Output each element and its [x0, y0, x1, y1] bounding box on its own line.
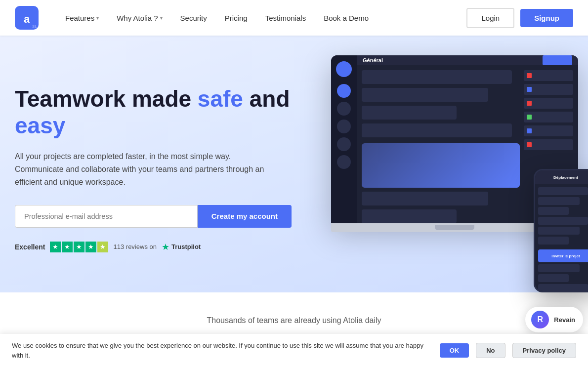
file-icon-4: [527, 115, 532, 120]
file-icon-3: [527, 101, 532, 106]
sidebar-avatar: [336, 61, 352, 77]
hero-description: All your projects are completed faster, …: [15, 150, 272, 189]
signup-button[interactable]: Signup: [520, 9, 573, 27]
hero-form: Create my account: [15, 205, 292, 228]
chat-msg-5: [362, 192, 488, 205]
phone-msg-9: [538, 284, 588, 292]
revain-logo-icon: R: [531, 311, 549, 328]
trustpilot-star-icon: ★: [162, 242, 169, 252]
chat-msg-2: [362, 88, 488, 102]
cookie-ok-button[interactable]: OK: [440, 343, 469, 358]
laptop-sidebar: [331, 55, 357, 223]
revain-widget[interactable]: R Revain: [525, 307, 583, 332]
revain-label: Revain: [554, 316, 575, 324]
sidebar-item-4: [337, 137, 351, 151]
phone-msg-1: [538, 187, 588, 195]
phone-cta-button: Inviter le projet: [538, 249, 588, 262]
laptop-channel-title: Général: [363, 57, 383, 63]
bottom-section: Thousands of teams are already using Ato…: [0, 292, 588, 335]
cookie-banner: We use cookies to ensure that we give yo…: [0, 334, 588, 367]
star-5: ★: [97, 242, 108, 252]
trustpilot-excellent: Excellent: [15, 243, 45, 251]
sidebar-item-3: [337, 120, 351, 133]
login-button[interactable]: Login: [466, 8, 514, 28]
nav-security[interactable]: Security: [171, 0, 216, 36]
phone-cta-label: Inviter le projet: [551, 254, 580, 258]
trustpilot-row: Excellent ★ ★ ★ ★ ★ 113 reviews on ★ Tru…: [15, 242, 292, 252]
sidebar-item-1: [337, 84, 351, 98]
file-item-6: [524, 139, 573, 150]
phone-channel-title: Déplacement: [553, 175, 578, 180]
svg-text:SL: SL: [32, 24, 37, 29]
chat-msg-1: [362, 70, 512, 84]
phone-msg-2: [538, 197, 580, 205]
laptop-notch: [435, 225, 474, 230]
phone-content: Inviter le projet: [535, 184, 588, 292]
sidebar-item-2: [337, 102, 351, 116]
file-icon-1: [527, 73, 532, 78]
chat-msg-6: [362, 209, 457, 223]
nav-book-demo[interactable]: Book a Demo: [315, 0, 378, 36]
trustpilot-brand-label: Trustpilot: [171, 243, 201, 250]
file-icon-5: [527, 128, 532, 133]
chat-messages: [362, 70, 520, 223]
chat-msg-3: [362, 106, 457, 120]
svg-text:a: a: [24, 13, 30, 25]
bottom-section-text: Thousands of teams are already using Ato…: [15, 316, 573, 325]
chat-msg-4: [362, 123, 512, 137]
trustpilot-logo[interactable]: ★ Trustpilot: [162, 242, 201, 252]
laptop-topbar: Général: [357, 55, 578, 65]
phone-mockup: Déplacement Inviter le projet: [534, 169, 588, 292]
cookie-no-button[interactable]: No: [476, 343, 505, 358]
laptop-topbar-button: [543, 55, 572, 65]
trustpilot-review-count: 113 reviews on: [113, 243, 156, 250]
phone-msg-3: [538, 207, 569, 215]
phone-top-bar: Déplacement: [535, 170, 588, 184]
phone-msg-7: [538, 264, 580, 272]
email-input[interactable]: [15, 205, 198, 228]
file-item-5: [524, 125, 573, 136]
cookie-privacy-button[interactable]: Privacy policy: [512, 343, 576, 358]
hero-content: Teamwork made safe and easy All your pro…: [15, 85, 292, 252]
trustpilot-stars: ★ ★ ★ ★ ★: [50, 242, 108, 252]
star-3: ★: [74, 242, 84, 252]
phone-msg-4: [538, 217, 588, 225]
star-1: ★: [50, 242, 61, 252]
file-item-1: [524, 70, 573, 81]
star-4: ★: [85, 242, 96, 252]
chevron-down-icon: ▾: [160, 15, 163, 21]
hero-visual: Général: [311, 45, 588, 283]
phone-msg-6: [538, 237, 569, 245]
cookie-message: We use cookies to ensure that we give yo…: [12, 341, 433, 360]
logo[interactable]: a SL: [15, 6, 39, 30]
navbar: a SL Features ▾ Why Atolia ? ▾ Security …: [0, 0, 588, 36]
file-icon-2: [527, 87, 532, 92]
chat-image: [362, 143, 520, 188]
hero-title: Teamwork made safe and easy: [15, 85, 292, 139]
nav-pricing[interactable]: Pricing: [216, 0, 256, 36]
phone-msg-8: [538, 274, 569, 282]
chevron-down-icon: ▾: [96, 15, 99, 21]
hero-section: Teamwork made safe and easy All your pro…: [0, 36, 588, 335]
nav-features[interactable]: Features ▾: [56, 0, 108, 36]
nav-why-atolia[interactable]: Why Atolia ? ▾: [108, 0, 171, 36]
file-icon-6: [527, 142, 532, 147]
file-item-3: [524, 98, 573, 109]
nav-testimonials[interactable]: Testimonials: [256, 0, 315, 36]
nav-links: Features ▾ Why Atolia ? ▾ Security Prici…: [56, 0, 466, 36]
star-2: ★: [62, 242, 73, 252]
file-item-2: [524, 84, 573, 95]
create-account-button[interactable]: Create my account: [198, 205, 292, 228]
nav-actions: Login Signup: [466, 8, 573, 28]
file-item-4: [524, 112, 573, 122]
phone-msg-5: [538, 227, 580, 235]
sidebar-item-5: [337, 155, 351, 169]
